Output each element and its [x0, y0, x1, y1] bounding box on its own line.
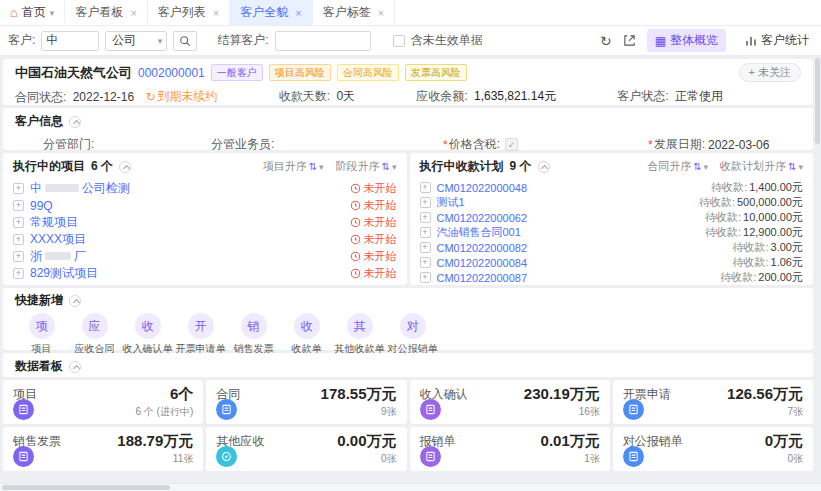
collapse-icon[interactable] — [119, 161, 131, 173]
expand-icon[interactable] — [13, 251, 24, 262]
quick-add-project[interactable]: 项项目 — [15, 313, 68, 356]
card-projects[interactable]: 项目 6个 6 个 (进行中) — [3, 380, 203, 424]
collection-row[interactable]: CM012022000048 待收款:1,400.00元 — [420, 180, 804, 195]
follow-button[interactable]: + 未关注 — [739, 63, 802, 82]
chevron-down-icon: ▾ — [392, 162, 397, 172]
customer-stats-button[interactable]: 客户统计 — [737, 29, 813, 52]
search-button[interactable] — [173, 31, 197, 51]
include-inactive-checkbox[interactable] — [393, 35, 405, 47]
card-corporate-reimburse[interactable]: 对公报销单 0万元 0张 — [613, 427, 813, 471]
collection-name[interactable]: CM012022000062 — [437, 212, 528, 224]
close-icon[interactable]: × — [295, 7, 301, 19]
expand-icon[interactable] — [420, 272, 431, 283]
card-reimburse[interactable]: 报销单 0.01万元 1张 — [410, 427, 610, 471]
chevron-down-icon: ▾ — [158, 36, 163, 46]
sort-plan-asc[interactable]: 收款计划升序⇅▾ — [720, 159, 803, 174]
quick-add-receipt[interactable]: 收收款单 — [280, 313, 333, 356]
tab-customer-board[interactable]: 客户看板 × — [65, 0, 147, 25]
quick-add-sales-invoice[interactable]: 销销售发票 — [227, 313, 280, 356]
collection-row[interactable]: 测试1 待收款:500,000.00元 — [420, 195, 804, 210]
export-icon[interactable] — [623, 34, 636, 47]
project-name[interactable]: XXXX项目 — [30, 231, 86, 248]
project-name[interactable]: 829测试项目 — [30, 265, 98, 282]
customer-type-select[interactable]: 公司 ▾ — [105, 31, 167, 51]
tab-customer-overview[interactable]: 客户全貌 × — [230, 0, 312, 25]
expand-icon[interactable] — [13, 217, 24, 228]
tab-label: 客户标签 — [323, 4, 371, 21]
customer-filter-input[interactable] — [41, 31, 99, 51]
close-icon[interactable]: × — [378, 7, 384, 19]
collection-name[interactable]: CM012022000082 — [437, 242, 528, 254]
expand-icon[interactable] — [13, 268, 24, 279]
expand-icon[interactable] — [420, 197, 431, 208]
collection-row[interactable]: CM012022000087 待收款:200.00元 — [420, 270, 804, 285]
horizontal-scrollbar[interactable] — [0, 483, 821, 491]
quick-add-income-confirm[interactable]: 收收入确认单 — [121, 313, 174, 356]
expand-icon[interactable] — [420, 212, 431, 223]
expand-icon[interactable] — [13, 200, 24, 211]
sort-stage-asc[interactable]: 阶段升序⇅▾ — [336, 159, 397, 174]
department-label: 分管部门: — [43, 136, 94, 153]
sort-arrows-icon: ⇅ — [309, 161, 317, 172]
collection-row[interactable]: 汽油销售合同001 待收款:12,900.00元 — [420, 225, 804, 240]
project-row[interactable]: 浙厂 未开始 — [13, 248, 397, 265]
tab-customer-tags[interactable]: 客户标签 × — [313, 0, 395, 25]
collection-name[interactable]: 汽油销售合同001 — [437, 225, 521, 240]
chevron-down-icon[interactable]: ▾ — [50, 8, 55, 18]
project-name[interactable]: 99Q — [30, 199, 53, 213]
collapse-icon[interactable] — [69, 116, 81, 128]
refresh-icon[interactable]: ↻ — [600, 33, 612, 49]
expand-icon[interactable] — [13, 234, 24, 245]
project-row[interactable]: 99Q 未开始 — [13, 197, 397, 214]
project-name[interactable]: 常规项目 — [30, 214, 78, 231]
card-sub: 1张 — [584, 452, 600, 466]
collection-row[interactable]: CM012022000082 待收款:3.00元 — [420, 240, 804, 255]
expand-icon[interactable] — [420, 257, 431, 268]
card-sub: 6 个 (进行中) — [135, 405, 193, 419]
settle-customer-input[interactable] — [275, 31, 371, 51]
quick-add-corporate-reimburse[interactable]: 对对公报销单 — [386, 313, 439, 356]
card-income-confirm[interactable]: 收入确认 230.19万元 16张 — [410, 380, 610, 424]
collection-row[interactable]: CM012022000084 待收款:1.06元 — [420, 255, 804, 270]
project-row[interactable]: 829测试项目 未开始 — [13, 265, 397, 282]
collection-name[interactable]: CM012022000087 — [437, 272, 528, 284]
close-icon[interactable]: × — [213, 7, 219, 19]
card-sales-invoice[interactable]: 销售发票 188.79万元 11张 — [3, 427, 203, 471]
expand-icon[interactable] — [13, 183, 24, 194]
quick-add-invoice-request[interactable]: 开开票申请单 — [174, 313, 227, 356]
overview-button[interactable]: ▦ 整体概览 — [647, 29, 726, 52]
close-icon[interactable]: × — [130, 7, 136, 19]
expand-icon[interactable] — [420, 182, 431, 193]
customer-code-link[interactable]: 0002000001 — [138, 66, 205, 80]
collection-row[interactable]: CM012022000062 待收款:10,000.00元 — [420, 210, 804, 225]
pending-amount: 待收款:3.00元 — [733, 240, 803, 255]
tab-customer-list[interactable]: 客户列表 × — [148, 0, 230, 25]
expand-icon[interactable] — [420, 227, 431, 238]
document-icon — [13, 446, 34, 467]
project-row[interactable]: 中公司检测 未开始 — [13, 180, 397, 197]
project-name[interactable]: 浙厂 — [30, 248, 86, 265]
card-invoice-request[interactable]: 开票申请 126.56万元 7张 — [613, 380, 813, 424]
sort-project-asc[interactable]: 项目升序⇅▾ — [263, 159, 324, 174]
sort-contract-asc[interactable]: 合同升序⇅▾ — [647, 159, 708, 174]
collapse-icon[interactable] — [69, 295, 81, 307]
salesman-label: 分管业务员: — [211, 136, 274, 153]
section-title-text: 快捷新增 — [15, 292, 63, 309]
collapse-icon[interactable] — [538, 161, 550, 173]
collection-name[interactable]: CM012022000048 — [437, 182, 528, 194]
horizontal-scrollbar-thumb[interactable] — [2, 485, 170, 490]
projects-rows: 中公司检测 未开始 99Q 未开始 常规项目 未开始 — [3, 179, 407, 285]
collapse-icon[interactable] — [69, 361, 81, 373]
collection-name[interactable]: 测试1 — [437, 195, 465, 210]
home-tab[interactable]: ⌂ 首页 ▾ — [0, 0, 65, 25]
card-contracts[interactable]: 合同 178.55万元 9张 — [206, 380, 406, 424]
card-other-receivable[interactable]: 其他应收 0.00万元 0张 — [206, 427, 406, 471]
collection-name[interactable]: CM012022000084 — [437, 257, 528, 269]
vertical-scrollbar[interactable] — [815, 58, 820, 144]
expand-icon[interactable] — [420, 242, 431, 253]
quick-add-receivable-contract[interactable]: 应应收合同 — [68, 313, 121, 356]
project-row[interactable]: 常规项目 未开始 — [13, 214, 397, 231]
project-row[interactable]: XXXX项目 未开始 — [13, 231, 397, 248]
project-name[interactable]: 中公司检测 — [30, 180, 130, 197]
quick-add-other-receipt[interactable]: 其其他收款单 — [333, 313, 386, 356]
